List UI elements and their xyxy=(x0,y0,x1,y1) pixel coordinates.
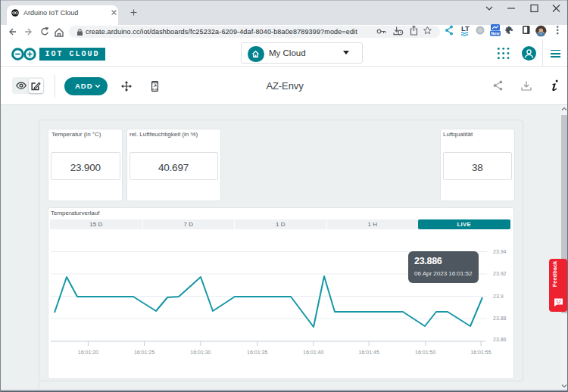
svg-text:23.88: 23.88 xyxy=(493,316,507,321)
svg-text:23.92: 23.92 xyxy=(493,271,507,276)
svg-text:16:01:30: 16:01:30 xyxy=(190,350,211,355)
svg-text:23.9: 23.9 xyxy=(493,294,504,299)
svg-text:16:01:55: 16:01:55 xyxy=(470,350,491,355)
svg-text:LT: LT xyxy=(461,24,470,33)
svg-text:23.86: 23.86 xyxy=(493,337,507,342)
svg-text:16:01:25: 16:01:25 xyxy=(134,350,154,355)
svg-text:New: New xyxy=(491,31,500,36)
svg-text:16:01:35: 16:01:35 xyxy=(247,350,267,355)
svg-text:16:01:50: 16:01:50 xyxy=(415,350,435,355)
svg-text:23.94: 23.94 xyxy=(493,249,507,254)
svg-text:16:01:45: 16:01:45 xyxy=(359,350,379,355)
svg-text:16:01:40: 16:01:40 xyxy=(303,350,323,355)
svg-text:16:01:20: 16:01:20 xyxy=(78,350,98,355)
